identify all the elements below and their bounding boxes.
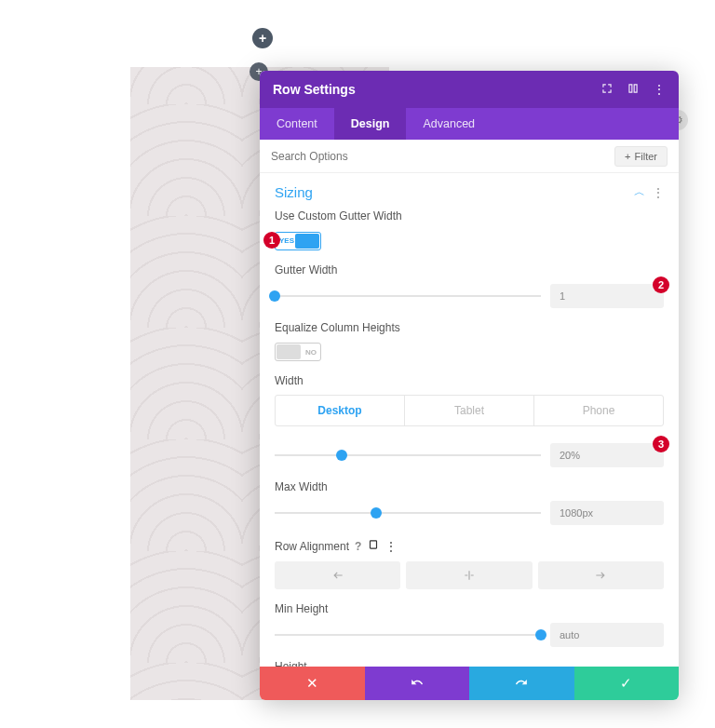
value-min-height[interactable]: auto [550, 623, 664, 647]
expand-icon[interactable] [600, 82, 614, 98]
undo-button[interactable] [365, 667, 470, 700]
alignment-options [275, 561, 664, 589]
chevron-up-icon[interactable]: ︿ [634, 184, 645, 200]
modal-title: Row Settings [273, 82, 356, 97]
undo-icon [411, 676, 424, 692]
redo-button[interactable] [469, 667, 574, 700]
toggle-knob [295, 234, 319, 249]
slider-min-height[interactable] [275, 634, 541, 636]
annotation-badge-3: 3 [653, 436, 669, 452]
slider-thumb[interactable] [371, 507, 382, 519]
modal-header[interactable]: Row Settings ⋮ [260, 71, 679, 108]
close-icon: ✕ [306, 675, 318, 692]
device-tab-phone[interactable]: Phone [534, 396, 663, 425]
value-max-width[interactable]: 1080px [550, 501, 664, 525]
align-right[interactable] [538, 561, 664, 589]
section-title: Sizing [275, 184, 313, 200]
device-tab-tablet[interactable]: Tablet [405, 396, 534, 425]
label-equalize: Equalize Column Heights [275, 321, 664, 334]
tab-advanced[interactable]: Advanced [406, 108, 492, 140]
hover-icon[interactable]: ⋮ [385, 540, 397, 553]
label-row-alignment: Row Alignment ? ⋮ [275, 538, 664, 554]
value-width[interactable]: 20% [550, 443, 664, 467]
field-min-height: Min Height auto [275, 602, 664, 647]
redo-icon [515, 676, 528, 692]
more-icon[interactable]: ⋮ [653, 82, 666, 97]
toggle-equalize[interactable]: NO [275, 343, 321, 361]
save-button[interactable]: ✓ [574, 667, 680, 700]
section-more-icon[interactable]: ⋮ [653, 186, 664, 199]
label-min-height: Min Height [275, 602, 664, 615]
help-icon[interactable]: ? [355, 540, 361, 553]
slider-max-width[interactable] [275, 512, 541, 514]
add-module-button[interactable]: + [252, 28, 273, 48]
plus-icon: + [259, 31, 266, 46]
settings-tabs: Content Design Advanced [260, 108, 679, 140]
row-settings-modal: Row Settings ⋮ Content Design Advanced +… [260, 71, 679, 700]
device-tab-desktop[interactable]: Desktop [276, 396, 405, 425]
search-row: + Filter [260, 140, 679, 173]
filter-label: Filter [635, 151, 657, 162]
tab-content[interactable]: Content [260, 108, 334, 140]
settings-content[interactable]: Sizing ︿ ⋮ Use Custom Gutter Width 1 YES… [260, 173, 679, 667]
field-row-alignment: Row Alignment ? ⋮ [275, 538, 664, 589]
annotation-badge-2: 2 [653, 276, 669, 293]
label-custom-gutter: Use Custom Gutter Width [275, 209, 664, 222]
responsive-icon[interactable] [367, 538, 380, 554]
toggle-label: YES [279, 236, 294, 245]
value-gutter-width[interactable]: 1 [550, 284, 664, 308]
annotation-badge-1: 1 [263, 232, 280, 249]
check-icon: ✓ [620, 675, 632, 692]
modal-footer: ✕ ✓ [260, 667, 679, 700]
align-left[interactable] [275, 561, 400, 589]
plus-icon: + [625, 151, 630, 162]
header-icon-group: ⋮ [600, 82, 666, 98]
section-header[interactable]: Sizing ︿ ⋮ [275, 184, 664, 200]
tab-design[interactable]: Design [334, 108, 407, 140]
field-equalize: Equalize Column Heights NO [275, 321, 664, 362]
field-custom-gutter: Use Custom Gutter Width 1 YES [275, 209, 664, 250]
toggle-custom-gutter[interactable]: YES [275, 232, 321, 250]
slider-thumb[interactable] [535, 629, 546, 640]
field-max-width: Max Width 1080px [275, 480, 664, 525]
label-height: Height [275, 660, 664, 667]
label-gutter-width: Gutter Width [275, 263, 664, 276]
field-height: Height 100vh 4 [275, 660, 664, 667]
cancel-button[interactable]: ✕ [260, 667, 365, 700]
snap-icon[interactable] [627, 82, 640, 98]
slider-width[interactable] [275, 454, 541, 456]
filter-button[interactable]: + Filter [614, 146, 668, 167]
slider-thumb[interactable] [336, 450, 347, 461]
toggle-label: NO [305, 348, 317, 357]
toggle-knob [277, 344, 301, 359]
device-tabs: Desktop Tablet Phone [275, 395, 664, 426]
slider-thumb[interactable] [269, 290, 280, 302]
label-width: Width [275, 374, 664, 387]
search-input[interactable] [271, 150, 607, 163]
field-gutter-width: Gutter Width 1 2 [275, 263, 664, 308]
label-max-width: Max Width [275, 480, 664, 493]
field-width: Width Desktop Tablet Phone 20% 3 [275, 374, 664, 467]
align-center[interactable] [406, 561, 532, 589]
slider-gutter-width[interactable] [275, 295, 541, 297]
